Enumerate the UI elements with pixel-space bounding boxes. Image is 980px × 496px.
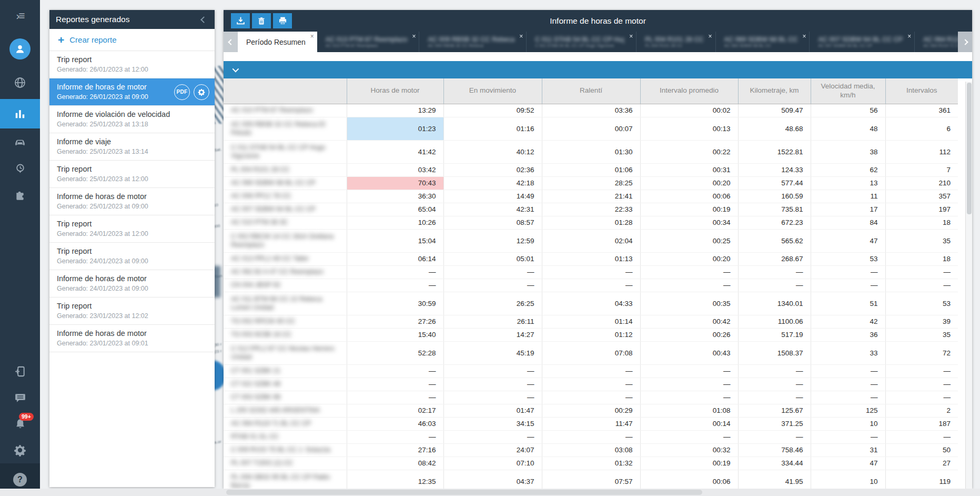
vertical-scrollbar-thumb[interactable] xyxy=(967,83,972,214)
horizontal-scrollbar-thumb[interactable] xyxy=(226,490,702,495)
mobile-app-icon[interactable] xyxy=(0,358,40,384)
report-list-item[interactable]: Informe de horas de motorGenerado: 26/01… xyxy=(49,78,215,106)
tab-periodo-resumen[interactable]: Período Resumen × xyxy=(238,32,317,52)
report-settings-button[interactable] xyxy=(194,84,209,100)
value-cell: — xyxy=(738,279,811,292)
table-row[interactable]: AC 006 PP12 78 CC36:3014:4921:4100:06160… xyxy=(224,190,958,203)
report-list-item[interactable]: Informe de horas de motorGenerado: 24/01… xyxy=(49,270,215,297)
value-cell: 371.25 xyxy=(738,417,811,430)
export-pdf-button[interactable]: PDF xyxy=(174,84,190,100)
value-cell: 03:36 xyxy=(542,104,640,117)
table-row[interactable]: AC 010 PTM 38 3C10:2608:5701:2800:34672.… xyxy=(224,216,958,229)
table-row[interactable]: C 009 RV20 75 BL CC J. Solazzia27:1624:0… xyxy=(224,443,958,457)
table-row[interactable]: CT 003 SZBK 98——————— xyxy=(224,391,958,404)
table-row[interactable]: CN 004 JBSP 92——————— xyxy=(224,279,958,292)
report-list-item[interactable]: Informe de horas de motorGenerado: 23/01… xyxy=(49,325,215,352)
close-tab-icon[interactable]: × xyxy=(519,33,523,39)
tab-unit-report[interactable]: AC 013 PTM 87 ReemplazoAC 013 PTM 87 Ree… xyxy=(317,32,420,52)
value-cell: — xyxy=(443,364,542,378)
chat-icon[interactable] xyxy=(0,384,40,411)
units-car-icon[interactable] xyxy=(0,128,40,156)
report-list-item[interactable]: Informe de horas de motorGenerado: 25/01… xyxy=(49,188,215,215)
report-item-title: Trip report xyxy=(57,302,207,310)
close-tab-icon[interactable]: × xyxy=(802,33,806,39)
app-window: { "rail": { "notifications_badge": "99+"… xyxy=(0,0,980,496)
vertical-scrollbar[interactable] xyxy=(965,82,972,489)
settings-gear-icon[interactable] xyxy=(0,437,40,463)
value-cell: 01:14 xyxy=(542,315,640,328)
value-cell: 00:31 xyxy=(640,163,738,176)
report-list-item[interactable]: Trip reportGenerado: 25/01/2023 at 12:00 xyxy=(49,161,215,188)
report-list-item[interactable]: Informe de violación de velocidadGenerad… xyxy=(49,106,215,133)
value-cell: 47 xyxy=(811,457,885,470)
table-row[interactable]: C 012 PPL2 87 CC Nicolas Herrero Unidad5… xyxy=(224,341,958,364)
tab-label: AC 009 RBSB 32 CC Rebeca xyxy=(428,36,514,43)
menu-toggle-icon[interactable]: ›≡ xyxy=(0,0,40,32)
tabs-scroll-left-button[interactable] xyxy=(224,32,238,52)
tab-unit-report[interactable]: AC 009 RBSB 32 CC RebecaAC 009 RBSB 32 C… xyxy=(419,32,527,52)
report-list-item[interactable]: Trip reportGenerado: 26/01/2023 at 12:00 xyxy=(49,51,215,78)
close-tab-icon[interactable]: × xyxy=(310,33,314,39)
notifications-bell-icon[interactable]: 99+ xyxy=(0,411,40,437)
table-row[interactable]: PL 008 OB32 95 BL CC CP Pablo Barcia12:3… xyxy=(224,470,958,489)
user-avatar[interactable] xyxy=(0,32,40,66)
delete-report-button[interactable] xyxy=(252,13,271,28)
table-row[interactable]: RTAB 01 GL CC——————— xyxy=(224,430,958,443)
value-cell: 01:32 xyxy=(542,457,640,470)
table-row[interactable]: CT 001 SZBK 21——————— xyxy=(224,364,958,378)
table-row[interactable]: C 011 DTAB 54 BL CC CP Hugo Vigccione41:… xyxy=(224,140,958,163)
create-report-button[interactable]: + Crear reporte xyxy=(49,29,215,51)
horizontal-scrollbar[interactable] xyxy=(0,489,980,496)
report-tabs: Período Resumen × AC 013 PTM 87 Reemplaz… xyxy=(224,32,972,52)
table-row[interactable]: AC 007 SDBW 64 BL CC CP65:0442:3122:3300… xyxy=(224,203,958,216)
globe-icon[interactable] xyxy=(0,66,40,99)
table-row[interactable]: AC 069 SDBW 68 BL CC CP70:4342:1828:2500… xyxy=(224,176,958,190)
tab-sublabel: AC 013 PTM 87 Reemplazo xyxy=(326,43,405,48)
table-row[interactable]: AC 064 R119 71 BL CC CP46:0334:1511:4700… xyxy=(224,417,958,430)
report-item-generated: Generado: 23/01/2023 at 09:01 xyxy=(57,340,207,347)
collapse-panel-button[interactable] xyxy=(199,14,208,25)
table-row[interactable]: C 002 RBCW 14 CC 33ch Orellana Reemplazo… xyxy=(224,229,958,252)
table-row[interactable]: AC 011 BTM 66 CC 22 Rebeca Lumen Unidad3… xyxy=(224,292,958,315)
print-report-button[interactable] xyxy=(273,13,292,28)
value-cell: 00:06 xyxy=(640,190,738,203)
table-row[interactable]: AC 013 PPL2 49 CC Taller06:1405:0101:130… xyxy=(224,252,958,265)
table-row[interactable]: AC 010 PTM 87 Reemplazo13:2909:5203:3600… xyxy=(224,104,958,117)
report-list-item[interactable]: Trip reportGenerado: 24/01/2023 at 09:00 xyxy=(49,243,215,270)
unit-name-blurred: PL 007 T1502 (2) CC xyxy=(231,459,342,467)
table-row[interactable]: TO 002 RPCW 45 CC27:2626:1101:1400:42110… xyxy=(224,315,958,328)
table-row[interactable]: L 200 32332 445 ARGENTINA02:1701:4700:29… xyxy=(224,404,958,417)
table-row[interactable]: TO 003 9C5B 16 CC15:4014:2701:1200:26517… xyxy=(224,328,958,341)
geofence-clock-icon[interactable] xyxy=(0,156,40,181)
reports-nav-icon[interactable] xyxy=(0,99,40,128)
report-list-item[interactable]: Informe de viajeGenerado: 25/01/2023 at … xyxy=(49,133,215,161)
tab-unit-report[interactable]: AC 069 SDBW 68 BL CCAC 069 SDBW 68 BL CC… xyxy=(716,32,810,52)
value-cell: 12:35 xyxy=(347,470,443,489)
report-list-item[interactable]: Trip reportGenerado: 23/01/2023 at 12:02 xyxy=(49,297,215,325)
report-item-title: Trip report xyxy=(57,247,207,255)
apps-puzzle-icon[interactable] xyxy=(0,181,40,207)
value-cell: 01:13 xyxy=(542,252,640,265)
value-cell: 18 xyxy=(885,252,958,265)
close-tab-icon[interactable]: × xyxy=(629,33,633,39)
value-cell: 00:34 xyxy=(640,216,738,229)
tab-unit-report[interactable]: PL 004 R101 28 CCPL 004 R101 28 CC× xyxy=(637,32,715,52)
unit-name-blurred: RTAB 01 GL CC xyxy=(231,432,342,441)
tab-unit-report[interactable]: C 011 DTAB 54 BL CC CP Hugo VigccioneC 0… xyxy=(527,32,637,52)
download-report-button[interactable] xyxy=(231,13,250,28)
close-tab-icon[interactable]: × xyxy=(709,33,712,39)
table-row[interactable]: AC 062 BJ 4 47 CC Reemplazo——————— xyxy=(224,265,958,279)
collapse-section-bar[interactable] xyxy=(224,61,972,78)
value-cell: — xyxy=(811,364,885,378)
table-row[interactable]: AC 009 RBSB 32 CC Rebeca El Peludo01:230… xyxy=(224,117,958,140)
table-row[interactable]: CT 022 SZBK 48——————— xyxy=(224,378,958,391)
report-list-item[interactable]: Trip reportGenerado: 24/01/2023 at 12:00 xyxy=(49,215,215,243)
close-tab-icon[interactable]: × xyxy=(412,33,416,39)
table-row[interactable]: PL 007 T1502 (2) CC08:4207:1001:3200:193… xyxy=(224,457,958,470)
value-cell: 10:26 xyxy=(347,216,443,229)
tabs-scroll-right-button[interactable] xyxy=(958,32,972,52)
table-row[interactable]: PL 004 R101 28 CC03:4202:3601:0600:31124… xyxy=(224,163,958,176)
value-cell: 11:47 xyxy=(542,417,640,430)
tab-unit-report[interactable]: AC 007 SDBW 64 BL CC CPAC 007 SDBW 64 BL… xyxy=(810,32,915,52)
close-tab-icon[interactable]: × xyxy=(907,33,911,39)
